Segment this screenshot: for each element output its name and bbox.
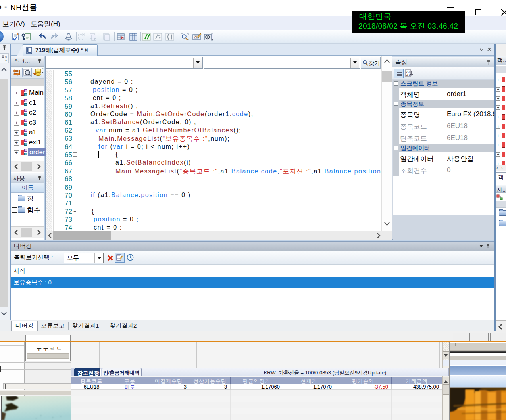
svg-text:Z↓: Z↓ bbox=[406, 73, 410, 77]
